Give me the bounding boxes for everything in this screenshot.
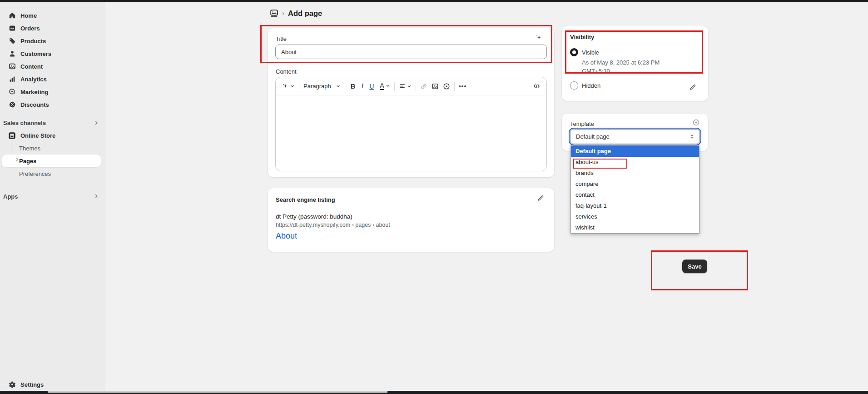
discounts-percent-icon (8, 101, 16, 109)
toolbar-divider (299, 82, 299, 91)
page-title: Add page (288, 9, 322, 18)
italic-button[interactable]: I (361, 82, 363, 90)
toolbar-divider (454, 82, 455, 91)
analytics-bars-icon (8, 75, 16, 83)
dropdown-option-contact[interactable]: contact (571, 190, 699, 200)
breadcrumb-separator: › (282, 10, 284, 17)
insert-video-button[interactable] (443, 83, 450, 90)
seo-url-line: https://dt-petty.myshopify.com › pages ›… (276, 222, 390, 228)
sidebar-item-label: Themes (19, 145, 40, 152)
show-html-button[interactable] (533, 82, 541, 90)
sidebar-item-themes[interactable]: Themes (0, 142, 105, 155)
products-tag-icon (8, 37, 16, 45)
horizontal-scrollbar-thumb[interactable] (48, 391, 387, 393)
dropdown-option-services[interactable]: services (571, 211, 699, 222)
template-label: Template (570, 120, 594, 127)
toolbar-divider (416, 82, 416, 91)
sidebar-section-sales-channels[interactable]: Sales channels (0, 116, 105, 129)
sidebar-item-content[interactable]: Content (0, 60, 105, 73)
template-dropdown-list: Default page about-us brands compare con… (570, 145, 699, 234)
insert-image-button[interactable] (432, 83, 439, 90)
visible-radio-selected[interactable] (570, 48, 578, 56)
sidebar-item-label: Orders (20, 25, 40, 32)
hidden-radio[interactable] (570, 81, 578, 90)
link-button-disabled[interactable] (420, 83, 427, 90)
toolbar-divider (345, 82, 345, 91)
settings-gear-icon (8, 381, 16, 389)
window-bottom-edge (0, 391, 868, 394)
sidebar-item-marketing[interactable]: Marketing (0, 85, 105, 98)
visibility-heading: Visibility (570, 34, 594, 40)
sidebar-item-products[interactable]: Products (0, 35, 105, 47)
sidebar-item-label: Discounts (20, 101, 49, 108)
dropdown-option-compare[interactable]: compare (571, 179, 699, 190)
sidebar-item-label: Content (20, 63, 43, 70)
edit-pencil-icon[interactable] (537, 195, 544, 202)
editor-toolbar: Paragraph B I U A (276, 77, 546, 95)
title-input[interactable] (275, 45, 547, 59)
text-color-button[interactable]: A (380, 82, 390, 90)
dropdown-option-brands[interactable]: brands (571, 168, 699, 179)
search-engine-listing-card: Search engine listing dt Petty (password… (268, 188, 554, 252)
save-button[interactable]: Save (682, 259, 707, 273)
sidebar-item-label: Settings (20, 381, 44, 388)
sidebar-item-settings[interactable]: Settings (0, 378, 105, 391)
sidebar-item-analytics[interactable]: Analytics (0, 73, 105, 85)
bold-button[interactable]: B (351, 83, 355, 90)
ai-sparkle-button[interactable] (282, 83, 295, 90)
sidebar-item-label: Pages (19, 158, 36, 165)
hidden-radio-label[interactable]: Hidden (582, 82, 600, 89)
sidebar: Home Orders Products Customers Content (0, 2, 105, 391)
preview-eye-icon[interactable] (692, 119, 700, 126)
online-store-icon (8, 132, 16, 140)
breadcrumb: › Add page (270, 9, 322, 18)
apps-label: Apps (3, 193, 18, 200)
customers-icon (8, 50, 16, 58)
content-field-label: Content (276, 68, 297, 75)
more-options-button[interactable]: ••• (459, 83, 467, 90)
sidebar-item-label: Analytics (20, 76, 47, 83)
editor-content-area[interactable] (276, 95, 546, 171)
dropdown-option-about-us[interactable]: about-us (571, 157, 699, 168)
visibility-schedule-line2: GMT+5:30 (582, 67, 610, 75)
sidebar-item-home[interactable]: Home (0, 9, 105, 22)
sidebar-item-customers[interactable]: Customers (0, 47, 105, 60)
marketing-target-icon (8, 88, 16, 96)
chevron-right-icon (94, 120, 99, 125)
dropdown-option-faq-layout-1[interactable]: faq-layout-1 (571, 200, 699, 211)
underline-button[interactable]: U (369, 83, 374, 90)
sidebar-section-apps[interactable]: Apps (0, 190, 105, 203)
seo-store-line: dt Petty (password: buddha) (276, 213, 352, 220)
rich-text-editor[interactable]: Paragraph B I U A (275, 77, 547, 171)
template-selected-value: Default page (576, 133, 610, 140)
seo-heading: Search engine listing (276, 196, 335, 203)
select-updown-icon (689, 134, 695, 140)
dropdown-option-default-page[interactable]: Default page (571, 146, 699, 157)
sidebar-item-label: Preferences (19, 170, 51, 177)
sales-channels-label: Sales channels (3, 120, 46, 126)
alignment-button[interactable] (399, 83, 412, 90)
title-content-card: Title Content Paragraph B I U (268, 28, 554, 177)
content-icon (8, 63, 16, 70)
sidebar-item-preferences[interactable]: Preferences (0, 167, 105, 180)
window-top-edge (0, 0, 868, 2)
home-icon (8, 12, 16, 20)
sidebar-item-label: Home (20, 12, 37, 19)
pages-breadcrumb-icon[interactable] (270, 9, 278, 18)
visible-radio-label[interactable]: Visible (582, 49, 599, 56)
tree-arrow-icon (15, 157, 19, 162)
sidebar-item-label: Customers (20, 50, 51, 57)
seo-result-title-link[interactable]: About (276, 231, 297, 241)
paragraph-style-dropdown[interactable]: Paragraph (303, 83, 341, 90)
sidebar-item-discounts[interactable]: Discounts (0, 98, 105, 111)
edit-pencil-icon[interactable] (689, 84, 696, 91)
dropdown-option-wishlist[interactable]: wishlist (571, 222, 699, 233)
chevron-right-icon (94, 194, 99, 199)
sidebar-item-orders[interactable]: Orders (0, 22, 105, 35)
orders-icon (8, 25, 16, 32)
template-select[interactable]: Default page (570, 129, 700, 144)
sidebar-item-label: Online Store (20, 132, 55, 139)
shopify-admin-window: Home Orders Products Customers Content (0, 0, 868, 394)
magic-sparkle-icon[interactable] (535, 34, 542, 41)
visibility-schedule-line1: As of May 8, 2025 at 6:23 PM (582, 58, 660, 67)
